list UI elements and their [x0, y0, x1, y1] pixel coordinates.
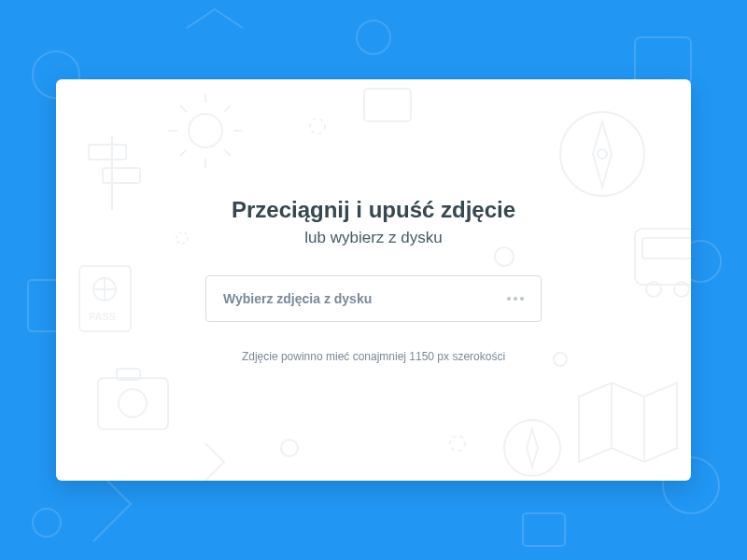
upload-hint: Zdjęcie powinno mieć conajmniej 1150 px …: [242, 350, 505, 363]
svg-rect-25: [103, 168, 140, 183]
svg-point-22: [674, 282, 689, 297]
upload-subtitle: lub wybierz z dysku: [304, 229, 442, 247]
svg-rect-7: [523, 513, 565, 546]
more-icon: [507, 297, 524, 301]
svg-line-13: [180, 105, 187, 112]
svg-rect-26: [79, 266, 131, 331]
svg-rect-31: [98, 378, 168, 429]
upload-card[interactable]: PASS Przeciągnij i upuść zdjęcie: [56, 79, 691, 481]
svg-point-6: [33, 509, 61, 537]
svg-rect-19: [635, 229, 691, 285]
svg-point-41: [281, 440, 298, 456]
upload-title: Przeciągnij i upuść zdjęcie: [232, 197, 515, 223]
select-file-button[interactable]: Wybierz zdjęcia z dysku: [205, 275, 542, 322]
svg-line-14: [224, 149, 231, 156]
upload-content: Przeciągnij i upuść zdjęcie lub wybierz …: [205, 197, 542, 363]
svg-point-32: [119, 389, 147, 417]
svg-point-21: [646, 282, 661, 297]
svg-rect-20: [642, 238, 691, 259]
svg-point-8: [189, 114, 222, 147]
svg-rect-1: [635, 37, 691, 84]
svg-point-36: [310, 119, 325, 133]
svg-line-15: [224, 105, 231, 112]
svg-point-3: [357, 21, 390, 54]
svg-text:PASS: PASS: [89, 311, 116, 322]
svg-rect-33: [117, 369, 140, 380]
svg-point-27: [93, 278, 116, 301]
svg-rect-24: [89, 145, 126, 160]
svg-point-39: [554, 353, 567, 366]
svg-point-40: [450, 436, 465, 451]
svg-line-16: [180, 149, 187, 156]
select-file-label: Wybierz zdjęcia z dysku: [223, 291, 372, 306]
svg-point-18: [598, 149, 607, 159]
svg-rect-43: [364, 89, 411, 121]
svg-point-42: [504, 420, 560, 476]
svg-point-17: [560, 112, 644, 196]
svg-point-38: [176, 232, 188, 244]
